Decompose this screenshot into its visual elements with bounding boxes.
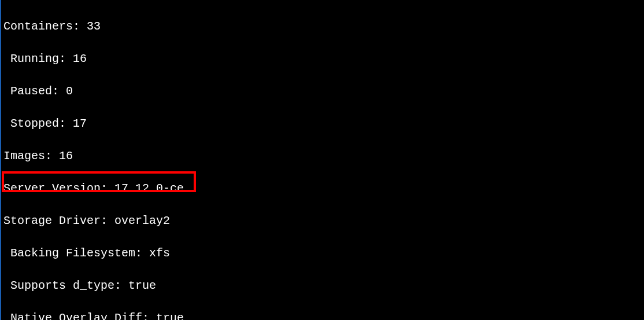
- line-supports-d-type: Supports d_type: true: [3, 278, 644, 294]
- line-paused: Paused: 0: [3, 83, 644, 100]
- line-server-version: Server Version: 17.12.0-ce: [3, 181, 644, 197]
- line-storage-driver: Storage Driver: overlay2: [3, 213, 644, 229]
- terminal-output: Containers: 33 Running: 16 Paused: 0 Sto…: [1, 0, 644, 320]
- line-stopped: Stopped: 17: [3, 116, 644, 132]
- line-running: Running: 16: [3, 51, 644, 67]
- line-images: Images: 16: [3, 148, 644, 164]
- line-backing-filesystem: Backing Filesystem: xfs: [3, 245, 644, 262]
- line-native-overlay-diff: Native Overlay Diff: true: [3, 310, 644, 320]
- line-containers: Containers: 33: [3, 19, 644, 35]
